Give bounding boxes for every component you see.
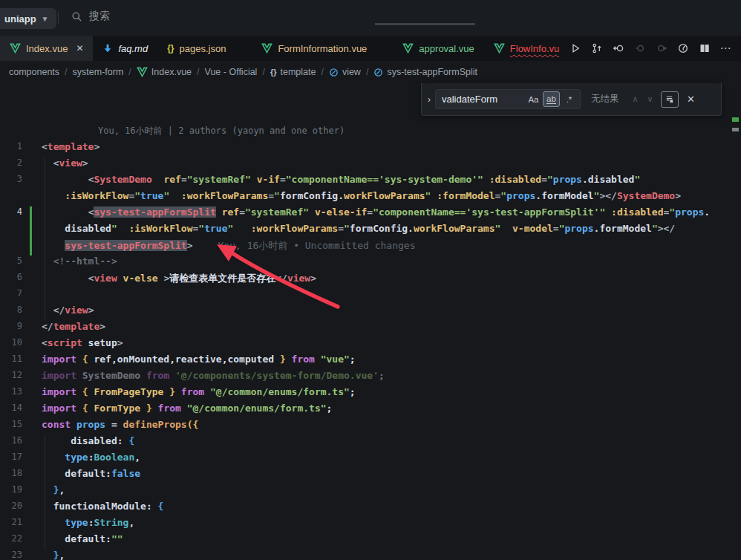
breadcrumb-separator: / (65, 67, 67, 77)
breadcrumb-item-template[interactable]: {}template (270, 67, 316, 77)
gutter-spacer (22, 370, 42, 386)
chevron-right-icon: › (428, 94, 431, 105)
gutter-spacer (22, 550, 42, 560)
code-line-12: 12import SystemDemo from '@/components/s… (0, 370, 741, 386)
breadcrumb-item-system-form[interactable]: system-form (73, 67, 124, 77)
code-text: default:false (42, 468, 140, 484)
regex-button[interactable]: .* (561, 91, 578, 107)
line-number: 18 (0, 468, 22, 484)
gutter-spacer (22, 174, 42, 190)
gutter-spacer (22, 305, 42, 321)
vue-file-icon (494, 43, 505, 53)
code-text: functionalModule: { (42, 501, 163, 517)
find-previous-button[interactable]: ∧ (628, 94, 643, 104)
code-line-22: 22 default:"" (0, 533, 741, 550)
gutter-spacer (22, 484, 42, 501)
line-number: 1 (0, 141, 22, 157)
symbol-icon (329, 68, 339, 77)
vue-file-icon (402, 43, 414, 53)
line-number (0, 239, 22, 255)
code-line-19: 19 }, (0, 484, 741, 501)
line-number: 21 (0, 517, 22, 533)
find-close-button[interactable]: ✕ (683, 94, 699, 105)
breadcrumb-item-vue-official[interactable]: Vue - Official (205, 67, 258, 77)
line-number: 17 (0, 452, 22, 468)
code-text: <view> (42, 157, 88, 174)
toggle-replace-button[interactable]: › (423, 83, 435, 115)
whole-word-button[interactable]: ab (543, 91, 560, 107)
breadcrumb-label: Index.vue (151, 67, 192, 77)
tab-forminformation-vue[interactable]: FormInformation.vue (252, 36, 376, 61)
chevron-down-icon: ∨ (647, 94, 653, 103)
code-text: import SystemDemo from '@/components/sys… (42, 370, 385, 386)
breadcrumb-label: system-form (73, 67, 124, 77)
find-results-label: 无结果 (591, 93, 619, 105)
find-in-selection-button[interactable] (661, 91, 679, 108)
tab-close-icon[interactable]: ✕ (76, 43, 83, 53)
tab-approval-vue[interactable]: approval.vue (393, 36, 483, 61)
tab-label: FlowInfo.vu (510, 43, 559, 54)
go-back-circle-button[interactable] (609, 39, 627, 58)
code-text: import { FormType } from "@/common/enums… (42, 403, 332, 419)
run-button[interactable] (566, 39, 584, 58)
line-number: 4 (0, 206, 22, 223)
code-text: <SystemDemo ref="systemRef" v-if="compon… (42, 174, 640, 190)
breadcrumb-separator: / (366, 67, 368, 77)
gutter-spacer (22, 533, 42, 550)
breadcrumb-item-index-vue[interactable]: Index.vue (137, 67, 192, 77)
run-or-debug-button[interactable] (673, 39, 692, 58)
open-changes-button[interactable] (587, 39, 606, 58)
code-text: const props = defineProps({ (42, 419, 198, 435)
editor-pane[interactable]: You, 16小时前 | 2 authors (yaoyn and one ot… (0, 83, 741, 560)
ruler-occurrence-mark (732, 128, 739, 131)
match-case-button[interactable]: Aa (525, 91, 542, 107)
ruler-modified-mark (732, 117, 739, 122)
nav-forward-icon (656, 42, 667, 54)
code-text: sys-test-appFormSplit>You, 16小时前 • Uncom… (42, 239, 416, 255)
vue-file-icon (261, 43, 272, 53)
code-line-wrap: disabled" :isWorkFlow="true" :workFlowPa… (0, 223, 741, 239)
global-search-button[interactable]: 搜索 (71, 10, 110, 23)
code-text: import { FromPageType } from "@/common/e… (42, 386, 356, 403)
titlebar-divider (58, 12, 59, 24)
line-number: 11 (0, 354, 22, 370)
line-number: 2 (0, 157, 22, 174)
code-text: <sys-test-appFormSplit ref="systemRef" v… (42, 206, 710, 223)
gutter-spacer (22, 157, 42, 174)
split-editor-button[interactable] (695, 39, 714, 58)
line-number: 7 (0, 288, 22, 305)
tab-flowinfo-vu[interactable]: FlowInfo.vu (484, 36, 569, 61)
tab-scrollbar[interactable] (375, 23, 475, 25)
breadcrumb-item-view[interactable]: view (329, 67, 361, 77)
vue-file-icon (10, 43, 21, 53)
breadcrumb-item-components[interactable]: components (9, 67, 59, 77)
gutter-spacer (22, 272, 42, 288)
code-text: You, 16小时前 | 2 authors (yaoyn and one ot… (42, 125, 345, 141)
find-next-button[interactable]: ∨ (643, 94, 658, 104)
tab-index-vue[interactable]: Index.vue✕ (0, 36, 93, 61)
tab-label: Index.vue (26, 43, 68, 54)
line-number: 22 (0, 533, 22, 550)
gutter-spacer (22, 435, 42, 452)
breadcrumb-separator: / (128, 67, 131, 77)
gutter-spacer (22, 141, 42, 157)
code-line-10: 10<script setup> (0, 337, 741, 354)
code-line-20: 20 functionalModule: { (0, 501, 741, 517)
find-input[interactable] (442, 94, 524, 105)
tab-faq-md[interactable]: faq.md (93, 36, 157, 61)
line-number: 3 (0, 174, 22, 190)
code-line-7: 7 (0, 288, 741, 305)
more-actions-button[interactable]: ⋯ (716, 39, 735, 58)
gutter-spacer (22, 321, 42, 337)
line-number: 23 (0, 550, 22, 560)
tab-pages-json[interactable]: {}pages.json (157, 36, 235, 61)
line-number: 15 (0, 419, 22, 435)
code-line-wrap: :isWorkFlow="true" :workFlowParams="form… (0, 190, 741, 206)
open-changes-icon (591, 42, 603, 54)
tab-label: pages.json (180, 43, 226, 54)
breadcrumb-item-sys-test-appformsplit[interactable]: sys-test-appFormSplit (373, 67, 477, 77)
find-widget: › Aa ab .* 无结果 ∧ ∨ ✕ (421, 83, 722, 116)
project-menu-button[interactable]: uniapp ▼ (0, 8, 56, 29)
line-number: 5 (0, 255, 22, 272)
tab-label: faq.md (118, 43, 148, 54)
